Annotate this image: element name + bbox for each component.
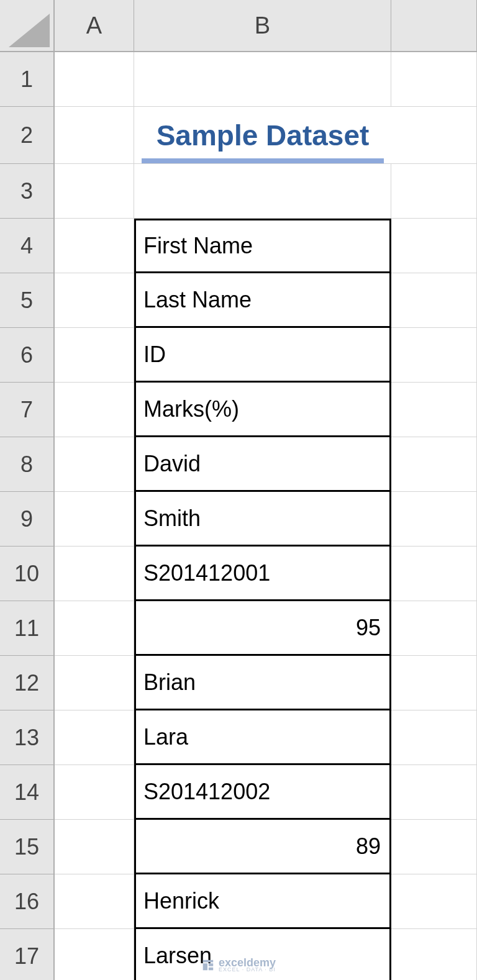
cell-a13[interactable] [55,710,134,765]
cell-a3[interactable] [55,164,134,219]
column-header-b[interactable]: B [134,0,391,52]
cell-c10[interactable] [391,547,477,601]
select-all-corner[interactable] [0,0,55,52]
cell-b15[interactable]: 89 [134,820,391,874]
title-underline [142,158,384,163]
cell-a11[interactable] [55,601,134,656]
cell-c17[interactable] [391,929,477,980]
row-header-17[interactable]: 17 [0,929,55,980]
cell-b7[interactable]: Marks(%) [134,383,391,437]
cell-c14[interactable] [391,765,477,820]
watermark: exceldemy EXCEL · DATA · BI [201,957,276,973]
cell-a2[interactable] [55,107,134,164]
cell-b9[interactable]: Smith [134,492,391,547]
cell-c16[interactable] [391,874,477,929]
cell-a7[interactable] [55,383,134,437]
cell-b3[interactable] [134,164,391,219]
cell-a16[interactable] [55,874,134,929]
cell-a6[interactable] [55,328,134,383]
cell-b8[interactable]: David [134,437,391,492]
row-header-1[interactable]: 1 [0,52,55,107]
cell-a5[interactable] [55,273,134,328]
row-header-6[interactable]: 6 [0,328,55,383]
row-header-13[interactable]: 13 [0,710,55,765]
cell-b13[interactable]: Lara [134,710,391,765]
row-header-14[interactable]: 14 [0,765,55,820]
cell-b11[interactable]: 95 [134,601,391,656]
cell-b12[interactable]: Brian [134,656,391,710]
cell-c1[interactable] [391,52,477,107]
cell-c9[interactable] [391,492,477,547]
watermark-tagline: EXCEL · DATA · BI [219,967,276,973]
cell-b5[interactable]: Last Name [134,273,391,328]
spreadsheet-grid: A B 1 2 Sample Dataset 3 4 First Name 5 … [0,0,477,980]
cell-c4[interactable] [391,219,477,273]
cell-b10[interactable]: S201412001 [134,547,391,601]
cell-b6[interactable]: ID [134,328,391,383]
title-cell[interactable]: Sample Dataset [134,107,391,164]
row-header-12[interactable]: 12 [0,656,55,710]
cell-b16[interactable]: Henrick [134,874,391,929]
cell-c13[interactable] [391,710,477,765]
cell-a10[interactable] [55,547,134,601]
cell-c2[interactable] [391,107,477,164]
cell-c12[interactable] [391,656,477,710]
row-header-4[interactable]: 4 [0,219,55,273]
cell-c11[interactable] [391,601,477,656]
row-header-8[interactable]: 8 [0,437,55,492]
cell-a14[interactable] [55,765,134,820]
row-header-2[interactable]: 2 [0,107,55,164]
cell-c7[interactable] [391,383,477,437]
cell-b14[interactable]: S201412002 [134,765,391,820]
cell-c3[interactable] [391,164,477,219]
row-header-11[interactable]: 11 [0,601,55,656]
watermark-logo-icon [201,958,215,972]
row-header-10[interactable]: 10 [0,547,55,601]
cell-b4[interactable]: First Name [134,219,391,273]
cell-a12[interactable] [55,656,134,710]
cell-c5[interactable] [391,273,477,328]
column-header-next[interactable] [391,0,477,52]
row-header-15[interactable]: 15 [0,820,55,874]
row-header-9[interactable]: 9 [0,492,55,547]
row-header-5[interactable]: 5 [0,273,55,328]
cell-a9[interactable] [55,492,134,547]
cell-a8[interactable] [55,437,134,492]
cell-a17[interactable] [55,929,134,980]
row-header-16[interactable]: 16 [0,874,55,929]
cell-c6[interactable] [391,328,477,383]
cell-c8[interactable] [391,437,477,492]
column-header-a[interactable]: A [55,0,134,52]
row-header-7[interactable]: 7 [0,383,55,437]
cell-b1[interactable] [134,52,391,107]
cell-a15[interactable] [55,820,134,874]
row-header-3[interactable]: 3 [0,164,55,219]
cell-c15[interactable] [391,820,477,874]
cell-a1[interactable] [55,52,134,107]
cell-a4[interactable] [55,219,134,273]
title-text: Sample Dataset [157,119,370,152]
